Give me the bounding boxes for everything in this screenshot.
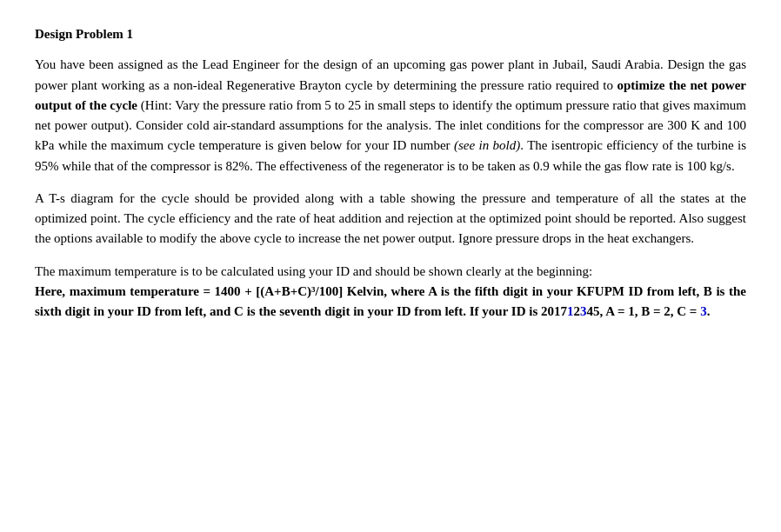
paragraph-1: You have been assigned as the Lead Engin… (35, 55, 746, 176)
paragraph-3: The maximum temperature is to be calcula… (35, 262, 746, 323)
p3-intro-line: The maximum temperature is to be calcula… (35, 264, 592, 278)
page-title: Design Problem 1 (35, 24, 746, 44)
p1-italic-text: (see in bold) (454, 138, 520, 152)
p3-formula-after1: 2 (573, 304, 580, 318)
paragraph-2: A T-s diagram for the cycle should be pr… (35, 189, 746, 249)
p3-formula-block: Here, maximum temperature = 1400 + [(A+B… (35, 284, 746, 318)
p3-formula-colored-3: 3 (700, 304, 707, 318)
p3-formula-end: 45, A = 1, B = 2, C = (586, 304, 700, 318)
p3-formula-period: . (707, 304, 711, 318)
